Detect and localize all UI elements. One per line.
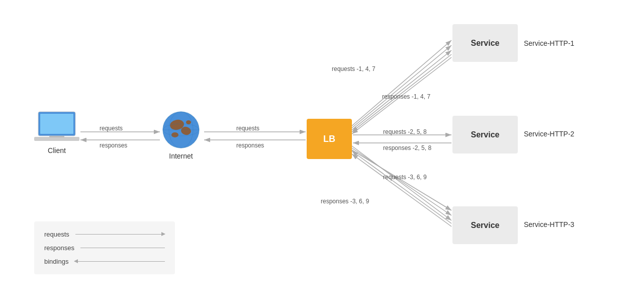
legend-responses: responses [44, 244, 165, 252]
client-node: Client [34, 111, 79, 155]
legend-responses-line [80, 248, 165, 249]
legend-bindings: bindings [44, 258, 165, 265]
service-label-2: Service [471, 130, 500, 139]
lb-s2-requests-label: requests -2, 5, 8 [383, 128, 427, 135]
legend-requests-label: requests [44, 231, 69, 238]
internet-requests-label: requests [236, 125, 259, 132]
diagram: Client requests responses Internet reque… [0, 0, 644, 306]
legend-requests-line [75, 234, 165, 235]
client-requests-label: requests [100, 125, 123, 132]
svg-line-7 [352, 45, 451, 128]
legend-bindings-label: bindings [44, 258, 68, 265]
svg-line-8 [352, 50, 451, 130]
lb-s1-responses-label: responses -1, 4, 7 [382, 93, 430, 100]
service-name-label-1: Service-HTTP-1 [524, 39, 574, 47]
legend-responses-label: responses [44, 244, 74, 252]
globe-icon [161, 110, 201, 150]
lb-node: LB [307, 119, 352, 159]
svg-point-25 [171, 132, 178, 137]
lb-s3-responses-label: responses -3, 6, 9 [321, 198, 369, 205]
svg-line-15 [352, 146, 451, 220]
svg-line-14 [352, 148, 451, 215]
internet-label: Internet [169, 152, 193, 160]
legend-box: requests responses bindings [34, 221, 175, 274]
lb-s1-requests-label: requests -1, 4, 7 [332, 65, 376, 72]
lb-s2-responses-label: responses -2, 5, 8 [383, 144, 431, 151]
svg-point-26 [186, 120, 191, 124]
service-label-3: Service [471, 221, 500, 230]
client-responses-label: responses [100, 142, 127, 149]
svg-rect-21 [49, 136, 64, 137]
internet-node: Internet [161, 110, 201, 160]
service-node-1: Service [452, 24, 518, 62]
svg-line-16 [352, 151, 451, 223]
legend-bindings-line [74, 261, 165, 262]
svg-line-6 [352, 40, 451, 126]
legend-requests: requests [44, 231, 165, 238]
service-name-label-3: Service-HTTP-3 [524, 220, 574, 228]
service-name-label-2: Service-HTTP-2 [524, 130, 574, 138]
service-node-3: Service [452, 206, 518, 244]
svg-line-17 [352, 154, 451, 226]
internet-responses-label: responses [236, 142, 264, 149]
svg-rect-19 [40, 114, 73, 134]
svg-rect-20 [34, 137, 79, 141]
lb-s3-requests-label: requests -3, 6, 9 [383, 174, 427, 181]
laptop-icon [34, 111, 79, 143]
client-label: Client [48, 146, 66, 155]
service-node-2: Service [452, 116, 518, 154]
service-label-1: Service [471, 39, 500, 48]
lb-label: LB [323, 134, 335, 144]
